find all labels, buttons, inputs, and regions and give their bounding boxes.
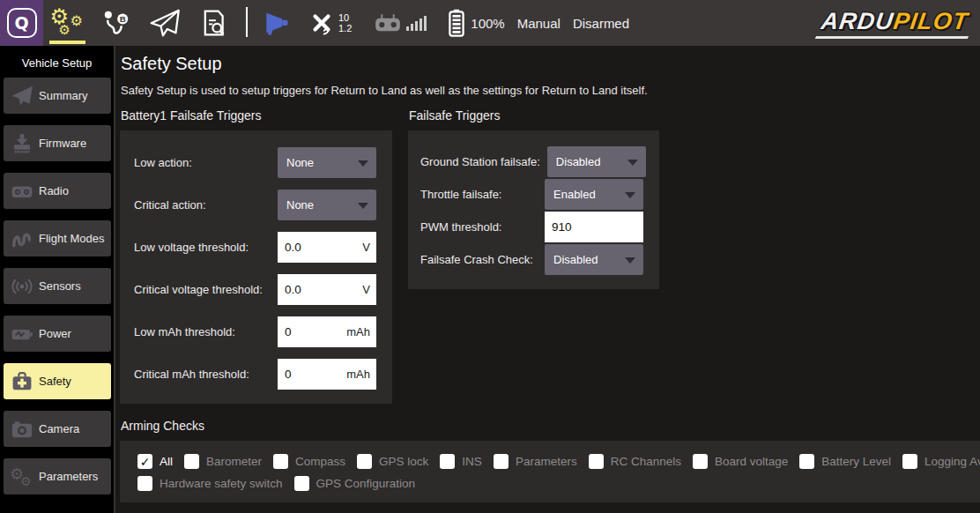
setting-label: Ground Station failsafe: [420, 155, 547, 168]
toolbar-status-indicators: 10 1.2 [260, 0, 629, 46]
checkbox-unchecked-icon [273, 454, 288, 469]
plan-route-icon: B [101, 8, 131, 38]
checkbox-unchecked-icon [294, 476, 309, 491]
setting-input[interactable] [278, 325, 346, 338]
checkbox-checked-icon: ✓ [137, 454, 152, 469]
gps-hdop: 1.2 [338, 23, 352, 33]
analyze-view-button[interactable] [189, 0, 237, 46]
arming-check-label: Battery Level [821, 455, 891, 468]
battery-failsafe-section: Battery1 Failsafe Triggers Low action:No… [120, 108, 392, 404]
arming-check-ins[interactable]: INS [440, 454, 482, 469]
sidebar-item-flight-modes[interactable]: Flight Modes [4, 220, 111, 256]
fly-view-button[interactable] [140, 0, 189, 46]
setting-dropdown[interactable]: Disabled [545, 244, 643, 275]
chevron-down-icon [625, 257, 635, 264]
arming-check-barometer[interactable]: Barometer [184, 454, 262, 469]
setting-input[interactable] [278, 368, 346, 381]
safety-setup-page: Safety Setup Safety Setup is used to set… [115, 46, 980, 513]
failsafe-triggers-header: Failsafe Triggers [409, 108, 659, 123]
checkbox-unchecked-icon [184, 454, 199, 469]
parameters-gears-icon: ⚙⚙ [10, 465, 39, 488]
arming-check-label: RC Channels [611, 455, 681, 468]
audio-megaphone-icon [264, 9, 292, 37]
settings-row: Low mAh threshold:mAh [134, 316, 376, 347]
checkbox-unchecked-icon [440, 454, 455, 469]
arming-check-compass[interactable]: Compass [273, 454, 345, 469]
checkbox-unchecked-icon [494, 454, 509, 469]
setting-label: Low mAh threshold: [134, 325, 242, 338]
arming-check-rc-channels[interactable]: RC Channels [589, 454, 681, 469]
arming-checks-row: ✓AllBarometerCompassGPS lockINSParameter… [137, 454, 973, 469]
sidebar-item-sensors[interactable]: Sensors [4, 268, 111, 304]
setting-field: V [278, 232, 376, 263]
toolbar: Q ⚙⚙⚙ B [0, 0, 980, 46]
arming-check-label: Logging Available [924, 455, 980, 468]
dropdown-value: Disabled [556, 155, 601, 168]
arming-check-hardware-safety-switch[interactable]: Hardware safety switch [137, 476, 283, 491]
sidebar-item-label: Firmware [39, 137, 86, 150]
summary-plane-icon [10, 85, 39, 108]
sidebar-item-radio[interactable]: Radio [4, 173, 111, 209]
settings-row: Low voltage threshold:V [134, 232, 376, 263]
audio-indicator[interactable] [260, 9, 295, 37]
armed-state-indicator[interactable]: Disarmed [573, 16, 629, 31]
gps-status-indicator[interactable]: 10 1.2 [308, 9, 352, 37]
toolbar-view-buttons: ⚙⚙⚙ B [43, 0, 237, 46]
arming-check-gps-lock[interactable]: GPS lock [357, 454, 428, 469]
arming-check-gps-configuration[interactable]: GPS Configuration [294, 476, 416, 491]
rc-rssi-indicator[interactable] [375, 13, 427, 33]
fly-paper-plane-icon [149, 7, 181, 39]
setting-dropdown[interactable]: None [278, 190, 376, 220]
sidebar-item-firmware[interactable]: Firmware [4, 125, 111, 161]
rc-controller-icon [375, 13, 401, 33]
safety-icon [10, 370, 39, 393]
chevron-down-icon [625, 192, 635, 198]
failsafe-triggers-section: Failsafe Triggers Ground Station failsaf… [408, 108, 659, 404]
ardupilot-logo-ardu: ARDU [819, 8, 895, 34]
setting-input[interactable] [278, 241, 362, 254]
setting-dropdown[interactable]: Disabled [547, 146, 646, 177]
ardupilot-logo-pilot: PILOT [891, 8, 969, 34]
svg-text:B: B [119, 14, 125, 24]
arming-check-board-voltage[interactable]: Board voltage [693, 454, 788, 469]
setting-label: Low action: [134, 156, 199, 169]
sidebar-item-parameters[interactable]: ⚙⚙Parameters [4, 458, 111, 494]
arming-check-label: Barometer [206, 455, 262, 468]
sidebar-item-power[interactable]: Power [4, 316, 111, 352]
vehicle-setup-sidebar: Vehicle Setup SummaryFirmwareRadioFlight… [0, 46, 115, 513]
settings-row: Critical action:None [134, 190, 376, 220]
firmware-icon [10, 132, 39, 155]
arming-check-battery-level[interactable]: Battery Level [799, 454, 891, 469]
sidebar-item-camera[interactable]: Camera [4, 411, 111, 447]
qgc-app-icon[interactable]: Q [0, 0, 43, 46]
radio-icon [10, 180, 39, 203]
arming-check-all[interactable]: ✓All [137, 454, 173, 469]
camera-icon [10, 418, 39, 441]
plan-view-button[interactable]: B [92, 0, 140, 46]
unit-label: mAh [346, 368, 376, 381]
ardupilot-logo: ARDUPILOT [819, 7, 969, 35]
vehicle-setup-button[interactable]: ⚙⚙⚙ [43, 0, 92, 46]
setting-input[interactable] [278, 283, 362, 296]
arming-check-logging-available[interactable]: Logging Available [902, 454, 980, 469]
arming-check-parameters[interactable]: Parameters [494, 454, 577, 469]
settings-row: Low action:None [134, 147, 376, 178]
flight-mode-indicator[interactable]: Manual [517, 16, 561, 31]
battery-status-indicator[interactable]: 100% [448, 9, 504, 37]
sidebar-item-label: Radio [39, 184, 69, 197]
sidebar-item-safety[interactable]: Safety [4, 363, 111, 399]
setting-dropdown[interactable]: Enabled [545, 179, 643, 210]
sidebar-item-summary[interactable]: Summary [4, 78, 111, 114]
arming-check-label: Board voltage [715, 455, 788, 468]
arming-check-label: All [160, 455, 173, 468]
battery-icon [448, 9, 465, 37]
setting-input[interactable] [545, 220, 643, 234]
sidebar-item-label: Flight Modes [39, 232, 104, 245]
sidebar-title: Vehicle Setup [0, 48, 114, 78]
dropdown-value: None [286, 198, 314, 212]
settings-row: Throttle failsafe:Enabled [420, 179, 643, 210]
sidebar-item-label: Safety [39, 375, 71, 388]
unit-label: V [362, 283, 376, 296]
page-title: Safety Setup [121, 54, 980, 74]
setting-dropdown[interactable]: None [278, 147, 376, 178]
